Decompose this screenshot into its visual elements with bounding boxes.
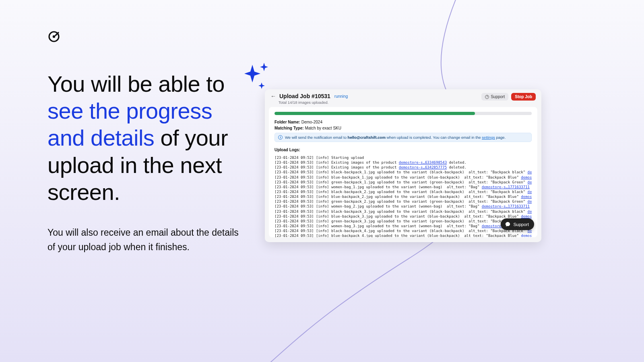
log-line: [23-01-2024 09:53] [info] black-backpack…: [275, 228, 532, 233]
log-link[interactable]: demostore-s…1757871151: [521, 234, 532, 237]
log-line: [23-01-2024 09:53] [info] black-backpack…: [275, 170, 532, 175]
log-line: [23-01-2024 09:53] [info] women-bag_1.jp…: [275, 185, 532, 189]
log-link[interactable]: demostore-s…6342857775: [399, 165, 447, 169]
chat-icon: [505, 221, 511, 227]
log-line: [23-01-2024 09:53] [info] blue-backpack_…: [275, 233, 532, 237]
settings-link[interactable]: settings: [482, 135, 495, 140]
log-link[interactable]: demostore-s…17579039: [528, 210, 532, 214]
matching-meta: Matching Type: Match by exact SKU: [275, 126, 532, 130]
log-line: [23-01-2024 09:53] [info] green-backpack…: [275, 199, 532, 204]
log-line: [23-01-2024 09:53] [info] green-backpack…: [275, 219, 532, 224]
progress-bar: [275, 112, 532, 115]
log-line: [23-01-2024 09:53] [info] blue-backpack_…: [275, 214, 532, 219]
log-link[interactable]: demostore-s…1771633711: [482, 185, 530, 189]
log-line: [23-01-2024 09:53] [info] green-backpack…: [275, 180, 532, 185]
log-link[interactable]: demostore-s…17578383: [528, 200, 532, 204]
log-line: [23-01-2024 09:53] [info] women-bag_2.jp…: [275, 204, 532, 209]
svg-point-1: [53, 35, 55, 38]
logs-heading: Upload Logs:: [275, 148, 532, 152]
status-badge: running: [334, 94, 348, 99]
email-notice: i We will send the notification email to…: [275, 133, 532, 142]
log-line: [23-01-2024 09:53] [info] black-backpack…: [275, 189, 532, 194]
log-line: [23-01-2024 09:53] [info] blue-backpack_…: [275, 194, 532, 199]
log-line: [23-01-2024 09:53] [info] Existing image…: [275, 160, 532, 165]
panel-body: Folder Name: Demo-2024 Matching Type: Ma…: [269, 107, 537, 237]
log-link[interactable]: demostore-s…1757871151: [521, 195, 532, 199]
page-headline: You will be able to see the progress and…: [47, 70, 241, 206]
upload-job-panel: ← Upload Job #10531 running Total 14/18 …: [265, 89, 541, 242]
page-subtext: You will also receive an email about the…: [47, 226, 241, 254]
log-link[interactable]: demostore-s…17579039: [528, 190, 532, 194]
job-subtitle: Total 14/18 images uploaded.: [279, 100, 348, 105]
folder-meta: Folder Name: Demo-2024: [275, 120, 532, 124]
logs-output: [23-01-2024 09:52] [info] Starting uploa…: [275, 155, 532, 237]
log-line: [23-01-2024 09:53] [info] black-backpack…: [275, 209, 532, 214]
help-icon: ?: [485, 95, 489, 99]
log-link[interactable]: demostore-s…17579039: [528, 170, 532, 174]
support-button[interactable]: ? Support: [481, 93, 508, 101]
log-line: [23-01-2024 09:53] [info] blue-backpack_…: [275, 175, 532, 180]
log-link[interactable]: demostore-s…1757871151: [521, 214, 532, 218]
stop-job-button[interactable]: Stop Job: [511, 93, 536, 101]
floating-support-button[interactable]: Support: [501, 218, 534, 230]
log-link[interactable]: demostore-s…1771633711: [482, 204, 530, 208]
log-line: [23-01-2024 09:53] [info] Existing image…: [275, 165, 532, 170]
brand-logo: [47, 30, 60, 45]
log-line: [23-01-2024 09:52] [info] Starting uploa…: [275, 155, 532, 160]
job-title: Upload Job #10531: [279, 93, 330, 99]
back-arrow-icon[interactable]: ←: [270, 93, 276, 99]
log-line: [23-01-2024 09:53] [info] women-bag_3.jp…: [275, 224, 532, 228]
log-link[interactable]: demostore-s…6334698543: [399, 160, 447, 165]
progress-fill: [275, 112, 475, 115]
info-icon: i: [278, 135, 283, 140]
log-link[interactable]: demostore-s…1757871151: [521, 175, 532, 179]
panel-header: ← Upload Job #10531 running Total 14/18 …: [265, 89, 541, 107]
log-link[interactable]: demostore-s…17578383: [528, 180, 532, 184]
